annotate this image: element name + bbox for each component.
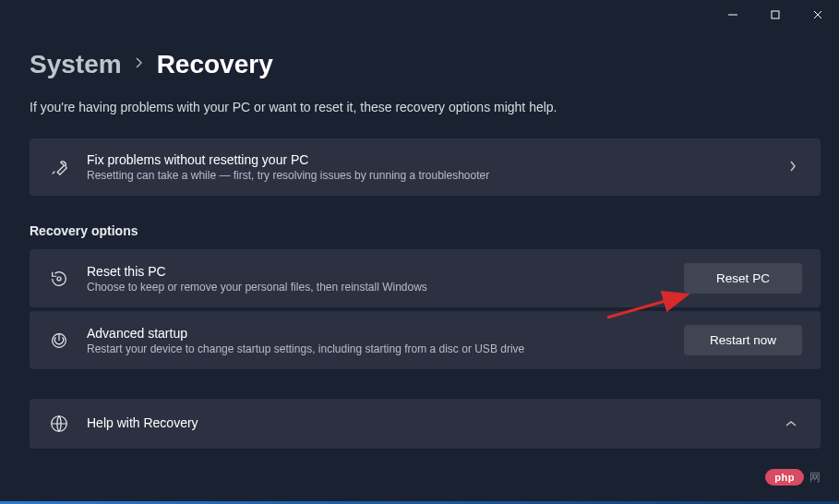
breadcrumb-parent[interactable]: System (30, 50, 122, 79)
reset-pc-card: Reset this PC Choose to keep or remove y… (30, 249, 821, 307)
chevron-right-icon (784, 161, 802, 174)
page-title: Recovery (157, 50, 273, 79)
globe-icon (48, 413, 70, 435)
watermark-text: 网 (809, 470, 821, 486)
advanced-startup-sub: Restart your device to change startup se… (87, 342, 684, 355)
window-controls (712, 0, 839, 30)
power-settings-icon (48, 330, 70, 352)
reset-pc-sub: Choose to keep or remove your personal f… (87, 281, 684, 294)
restart-now-button[interactable]: Restart now (684, 325, 802, 355)
fix-problems-card[interactable]: Fix problems without resetting your PC R… (30, 138, 821, 196)
wrench-icon (48, 156, 70, 178)
chevron-right-icon (135, 56, 144, 73)
maximize-button[interactable] (754, 0, 797, 30)
advanced-startup-title: Advanced startup (87, 326, 684, 341)
svg-rect-0 (772, 11, 779, 18)
recovery-options-header: Recovery options (30, 223, 821, 238)
help-recovery-card[interactable]: Help with Recovery (30, 399, 821, 449)
watermark: php 网 (765, 469, 821, 486)
advanced-startup-card: Advanced startup Restart your device to … (30, 311, 821, 369)
reset-pc-title: Reset this PC (87, 264, 684, 279)
close-button[interactable] (797, 0, 839, 30)
page-subtitle: If you're having problems with your PC o… (30, 100, 821, 114)
reset-pc-button[interactable]: Reset PC (684, 263, 802, 294)
breadcrumb: System Recovery (30, 50, 821, 79)
fix-problems-title: Fix problems without resetting your PC (87, 152, 784, 167)
reset-icon (48, 268, 70, 290)
watermark-badge: php (765, 469, 804, 486)
chevron-up-icon (780, 417, 802, 430)
help-recovery-title: Help with Recovery (87, 415, 780, 430)
minimize-button[interactable] (712, 0, 754, 30)
fix-problems-sub: Resetting can take a while — first, try … (87, 169, 784, 182)
svg-point-1 (57, 276, 61, 280)
